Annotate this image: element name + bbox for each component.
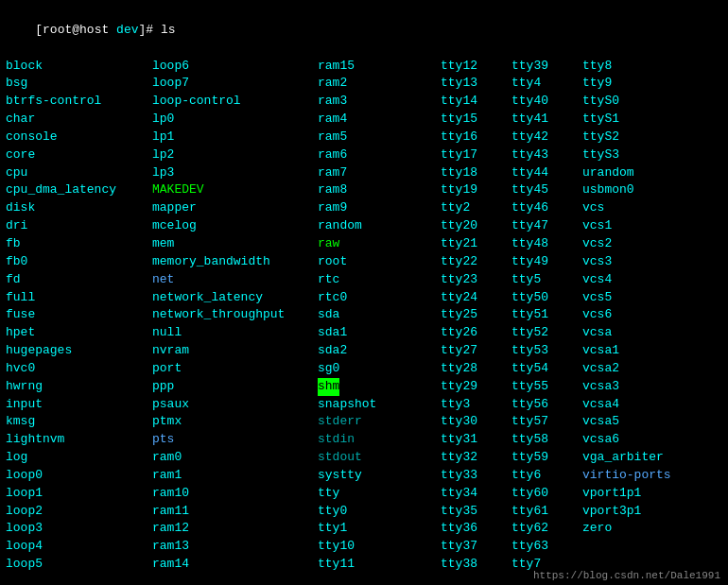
ls-output: blockbsgbtrfs-controlcharconsolecorecpuc… xyxy=(6,58,724,574)
ls-column-0: blockbsgbtrfs-controlcharconsolecorecpuc… xyxy=(6,58,152,574)
list-item: random xyxy=(318,217,441,235)
list-item: ram3 xyxy=(318,93,441,111)
list-item: vga_arbiter xyxy=(582,449,653,467)
list-item: input xyxy=(6,396,152,414)
list-item: null xyxy=(152,324,318,342)
list-item: ttyS2 xyxy=(582,129,653,146)
list-item: loop5 xyxy=(6,556,152,574)
list-item: tty47 xyxy=(511,217,582,235)
list-item: ram8 xyxy=(318,181,441,199)
list-item: loop3 xyxy=(6,520,152,538)
list-item: net xyxy=(152,271,318,289)
list-item: tty31 xyxy=(441,431,511,449)
list-item: tty28 xyxy=(441,360,511,378)
prompt-host: host xyxy=(79,23,109,37)
list-item: tty3 xyxy=(441,396,511,414)
list-item: shm xyxy=(318,378,339,396)
list-item: tty32 xyxy=(441,449,511,467)
list-item: network_latency xyxy=(152,289,318,307)
list-item: ptmx xyxy=(152,413,318,431)
list-item: zero xyxy=(582,520,653,538)
list-item: lp3 xyxy=(152,164,318,182)
prompt-hash: # xyxy=(146,23,161,37)
list-item: tty19 xyxy=(441,181,511,199)
list-item: tty14 xyxy=(441,93,511,111)
ls-column-2: ram15ram2ram3ram4ram5ram6ram7ram8ram9ran… xyxy=(318,58,441,574)
list-item: console xyxy=(6,129,152,146)
list-item: bsg xyxy=(6,75,152,93)
list-item: tty35 xyxy=(441,503,511,521)
list-item: tty59 xyxy=(511,449,582,467)
list-item: tty16 xyxy=(441,129,511,146)
list-item: loop4 xyxy=(6,538,152,556)
list-item: tty6 xyxy=(511,467,582,485)
list-item: tty55 xyxy=(511,378,582,396)
list-item: ram11 xyxy=(152,503,318,521)
prompt-space xyxy=(109,23,116,37)
list-item: tty8 xyxy=(582,58,653,76)
list-item: nvram xyxy=(152,342,318,360)
list-item: hvc0 xyxy=(6,360,152,378)
list-item: lightnvm xyxy=(6,431,152,449)
list-item: tty25 xyxy=(441,306,511,324)
list-item: tty53 xyxy=(511,342,582,360)
list-item: tty29 xyxy=(441,378,511,396)
watermark: https://blog.csdn.net/Dale1991 xyxy=(533,570,720,581)
list-item: fuse xyxy=(6,306,152,324)
list-item: MAKEDEV xyxy=(152,181,318,199)
list-item: tty2 xyxy=(441,199,511,217)
list-item: loop2 xyxy=(6,503,152,521)
ls-column-3: tty12tty13tty14tty15tty16tty17tty18tty19… xyxy=(441,58,511,574)
prompt-bracket-open: [ xyxy=(35,23,43,37)
prompt-path: dev xyxy=(116,23,138,37)
list-item: ram7 xyxy=(318,164,441,182)
list-item: tty34 xyxy=(441,485,511,503)
list-item: vcsa3 xyxy=(582,378,653,396)
list-item: tty43 xyxy=(511,146,582,164)
list-item: tty21 xyxy=(441,235,511,253)
list-item: loop7 xyxy=(152,75,318,93)
list-item: ram1 xyxy=(152,467,318,485)
list-item: vcs1 xyxy=(582,217,653,235)
list-item: tty44 xyxy=(511,164,582,182)
list-item: vport1p1 xyxy=(582,485,653,503)
list-item: tty0 xyxy=(318,503,441,521)
list-item: vcsa xyxy=(582,324,653,342)
list-item: tty56 xyxy=(511,396,582,414)
list-item: vcsa1 xyxy=(582,342,653,360)
cmd-ls: ls xyxy=(161,23,176,37)
list-item: ram10 xyxy=(152,485,318,503)
list-item: ram15 xyxy=(318,58,441,76)
list-item: memory_bandwidth xyxy=(152,253,318,271)
list-item: char xyxy=(6,111,152,129)
list-item: ram14 xyxy=(152,556,318,574)
list-item: ram0 xyxy=(152,449,318,467)
list-item: tty12 xyxy=(441,58,511,76)
list-item: root xyxy=(318,253,441,271)
list-item: tty17 xyxy=(441,146,511,164)
list-item: lp2 xyxy=(152,146,318,164)
list-item: psaux xyxy=(152,396,318,414)
list-item: tty27 xyxy=(441,342,511,360)
list-item: ram9 xyxy=(318,199,441,217)
list-item: tty4 xyxy=(511,75,582,93)
list-item: tty41 xyxy=(511,111,582,129)
list-item: tty42 xyxy=(511,129,582,146)
list-item: ttyS3 xyxy=(582,146,653,164)
list-item: usbmon0 xyxy=(582,181,653,199)
list-item: tty10 xyxy=(318,538,441,556)
list-item: block xyxy=(6,58,152,76)
list-item: sda1 xyxy=(318,324,441,342)
list-item: vcsa5 xyxy=(582,413,653,431)
list-item: fd xyxy=(6,271,152,289)
list-item: vcs3 xyxy=(582,253,653,271)
list-item: vcs4 xyxy=(582,271,653,289)
list-item: virtio-ports xyxy=(582,467,653,485)
list-item: sg0 xyxy=(318,360,441,378)
list-item: tty50 xyxy=(511,289,582,307)
prompt-at: @ xyxy=(72,23,79,37)
list-item: tty48 xyxy=(511,235,582,253)
list-item: tty63 xyxy=(511,538,582,556)
list-item: cpu_dma_latency xyxy=(6,181,152,199)
list-item: ppp xyxy=(152,378,318,396)
